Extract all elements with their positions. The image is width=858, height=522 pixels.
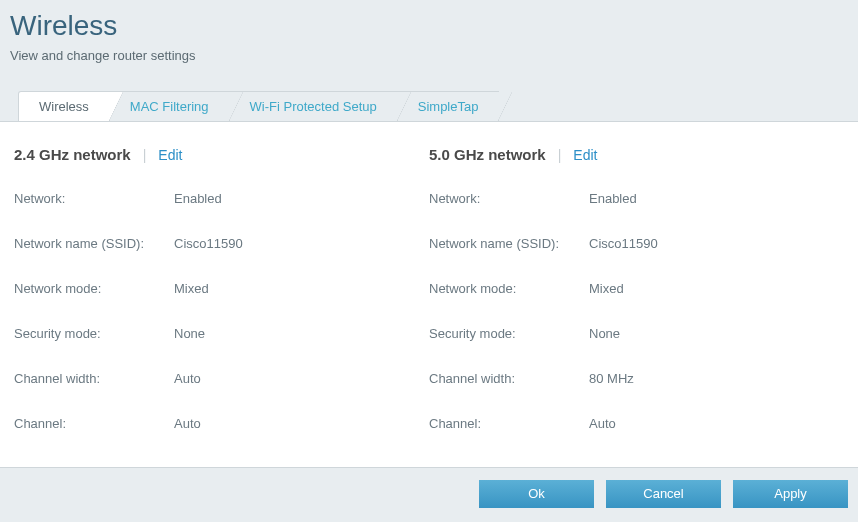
value-width: Auto — [174, 371, 201, 386]
page-header: Wireless View and change router settings… — [0, 0, 858, 121]
label-security: Security mode: — [14, 326, 174, 341]
ok-button[interactable]: Ok — [479, 480, 594, 508]
page-subtitle: View and change router settings — [10, 48, 848, 63]
label-channel: Channel: — [429, 416, 589, 431]
divider: | — [143, 147, 147, 163]
label-width: Channel width: — [429, 371, 589, 386]
tab-wireless[interactable]: Wireless — [18, 91, 110, 121]
label-network: Network: — [14, 191, 174, 206]
value-channel: Auto — [174, 416, 201, 431]
network-24ghz: 2.4 GHz network | Edit Network:Enabled N… — [14, 146, 429, 461]
value-width: 80 MHz — [589, 371, 634, 386]
tab-mac-filtering[interactable]: MAC Filtering — [109, 91, 230, 121]
apply-button[interactable]: Apply — [733, 480, 848, 508]
edit-24-link[interactable]: Edit — [158, 147, 182, 163]
label-width: Channel width: — [14, 371, 174, 386]
tab-bar: Wireless MAC Filtering Wi-Fi Protected S… — [18, 91, 848, 121]
page-title: Wireless — [10, 10, 848, 42]
label-ssid: Network name (SSID): — [429, 236, 589, 251]
network-50ghz: 5.0 GHz network | Edit Network:Enabled N… — [429, 146, 844, 461]
label-mode: Network mode: — [14, 281, 174, 296]
value-mode: Mixed — [589, 281, 624, 296]
label-mode: Network mode: — [429, 281, 589, 296]
label-channel: Channel: — [14, 416, 174, 431]
cancel-button[interactable]: Cancel — [606, 480, 721, 508]
value-ssid: Cisco11590 — [589, 236, 658, 251]
value-network: Enabled — [174, 191, 222, 206]
label-security: Security mode: — [429, 326, 589, 341]
value-network: Enabled — [589, 191, 637, 206]
value-security: None — [174, 326, 205, 341]
network-50-title: 5.0 GHz network — [429, 146, 546, 163]
edit-50-link[interactable]: Edit — [573, 147, 597, 163]
tab-wifi-protected-setup[interactable]: Wi-Fi Protected Setup — [229, 91, 398, 121]
tab-simpletap[interactable]: SimpleTap — [397, 91, 500, 121]
value-mode: Mixed — [174, 281, 209, 296]
value-security: None — [589, 326, 620, 341]
value-channel: Auto — [589, 416, 616, 431]
footer-bar: Ok Cancel Apply — [0, 467, 858, 522]
value-ssid: Cisco11590 — [174, 236, 243, 251]
label-network: Network: — [429, 191, 589, 206]
divider: | — [558, 147, 562, 163]
tab-content: 2.4 GHz network | Edit Network:Enabled N… — [0, 121, 858, 501]
network-24-title: 2.4 GHz network — [14, 146, 131, 163]
label-ssid: Network name (SSID): — [14, 236, 174, 251]
